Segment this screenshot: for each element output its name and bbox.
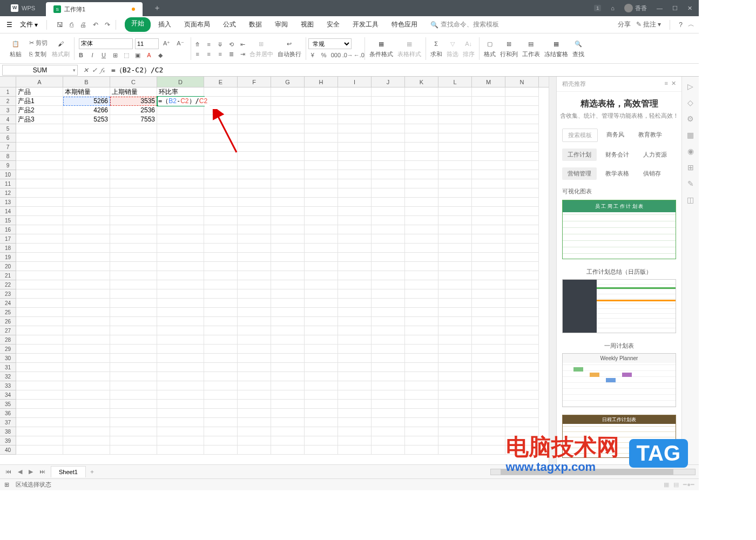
cell[interactable] <box>271 234 305 244</box>
cell[interactable] <box>110 317 157 326</box>
percent-icon[interactable]: % <box>320 52 328 58</box>
cell[interactable] <box>372 436 405 446</box>
cell[interactable] <box>305 317 338 326</box>
cell[interactable] <box>505 308 539 317</box>
row-header[interactable]: 3 <box>0 106 16 115</box>
sheet-last-icon[interactable]: ⏭ <box>37 467 48 476</box>
cell[interactable] <box>338 143 372 152</box>
cell[interactable] <box>16 244 63 253</box>
cell[interactable] <box>16 400 63 409</box>
row-header[interactable]: 10 <box>0 170 16 179</box>
cell[interactable] <box>338 207 372 216</box>
column-header[interactable]: E <box>204 77 238 87</box>
row-header[interactable]: 38 <box>0 427 16 436</box>
cell[interactable] <box>271 308 305 317</box>
cell[interactable] <box>63 170 110 179</box>
row-header[interactable]: 33 <box>0 381 16 390</box>
cell[interactable] <box>63 436 110 446</box>
template-card[interactable]: Weekly Planner <box>562 353 676 407</box>
cell[interactable] <box>238 317 271 326</box>
cell[interactable] <box>372 244 405 253</box>
cell[interactable] <box>472 262 505 271</box>
cell[interactable] <box>157 299 204 308</box>
cell[interactable] <box>438 372 472 381</box>
orientation-icon[interactable]: ⟲ <box>227 41 236 48</box>
cell[interactable] <box>271 335 305 345</box>
cell[interactable] <box>271 170 305 179</box>
cell[interactable] <box>505 143 539 152</box>
ribbon-tab[interactable]: 特色应用 <box>386 17 423 32</box>
annotate-button[interactable]: ✎ 批注 ▾ <box>636 20 662 29</box>
cell[interactable] <box>157 335 204 345</box>
cell[interactable] <box>405 271 438 280</box>
column-header[interactable]: G <box>271 77 305 87</box>
cell[interactable] <box>372 106 405 115</box>
cell[interactable] <box>16 345 63 354</box>
cell[interactable] <box>271 326 305 335</box>
cell[interactable] <box>305 409 338 418</box>
cell[interactable] <box>338 345 372 354</box>
freeze-button[interactable]: ▦冻结窗格 <box>542 37 570 59</box>
cell[interactable] <box>110 289 157 299</box>
cell[interactable] <box>16 390 63 400</box>
cell[interactable] <box>110 262 157 271</box>
accept-formula-icon[interactable]: ✓ <box>92 66 97 74</box>
row-header[interactable]: 31 <box>0 363 16 372</box>
cell[interactable] <box>505 188 539 198</box>
cell[interactable] <box>472 271 505 280</box>
cell[interactable] <box>505 87 539 97</box>
cell[interactable] <box>63 299 110 308</box>
cell[interactable] <box>505 161 539 170</box>
ribbon-tab[interactable]: 开始 <box>125 17 151 32</box>
cell[interactable] <box>110 390 157 400</box>
cell[interactable] <box>63 253 110 262</box>
row-header[interactable]: 29 <box>0 345 16 354</box>
cell[interactable] <box>271 87 305 97</box>
cell[interactable] <box>204 262 238 271</box>
cell[interactable] <box>438 354 472 363</box>
command-search[interactable]: 🔍 查找命令、搜索模板 <box>430 20 499 29</box>
cell[interactable] <box>405 381 438 390</box>
cell[interactable] <box>238 372 271 381</box>
cell[interactable] <box>472 299 505 308</box>
cell[interactable] <box>505 289 539 299</box>
cell[interactable] <box>472 345 505 354</box>
cell[interactable] <box>338 106 372 115</box>
user-account[interactable]: 香香 <box>624 4 647 12</box>
cell[interactable] <box>157 253 204 262</box>
cell[interactable] <box>110 381 157 390</box>
cell[interactable] <box>271 188 305 198</box>
print-icon[interactable]: 🖨 <box>79 20 87 30</box>
row-header[interactable]: 6 <box>0 133 16 143</box>
cell[interactable] <box>63 225 110 234</box>
cell[interactable] <box>271 124 305 133</box>
table-style-button[interactable]: ▦表格样式 <box>395 37 423 59</box>
cell[interactable] <box>505 335 539 345</box>
justify-icon[interactable]: ≣ <box>227 51 236 58</box>
cell[interactable] <box>438 133 472 143</box>
cell[interactable] <box>472 244 505 253</box>
cell[interactable] <box>338 280 372 289</box>
vertical-scrollbar[interactable] <box>549 77 556 464</box>
cell[interactable] <box>271 317 305 326</box>
cell[interactable] <box>271 262 305 271</box>
cell[interactable] <box>472 179 505 188</box>
format-painter-button[interactable]: 🖌 格式刷 <box>50 37 72 59</box>
cell[interactable] <box>63 446 110 455</box>
cell[interactable] <box>372 207 405 216</box>
cell[interactable] <box>204 179 238 188</box>
cell[interactable] <box>438 115 472 124</box>
cell[interactable] <box>271 446 305 455</box>
column-header[interactable]: B <box>63 77 110 87</box>
cell[interactable] <box>157 390 204 400</box>
row-header[interactable]: 30 <box>0 354 16 363</box>
cell[interactable] <box>271 97 305 106</box>
column-header[interactable]: N <box>505 77 539 87</box>
side-icon-5[interactable]: ◉ <box>687 147 694 156</box>
align-top-icon[interactable]: ⤊ <box>193 41 202 48</box>
cell[interactable] <box>238 308 271 317</box>
rowcol-button[interactable]: ⊞行和列 <box>498 37 520 59</box>
column-header[interactable]: L <box>438 77 472 87</box>
cell[interactable] <box>238 115 271 124</box>
cell[interactable] <box>271 280 305 289</box>
